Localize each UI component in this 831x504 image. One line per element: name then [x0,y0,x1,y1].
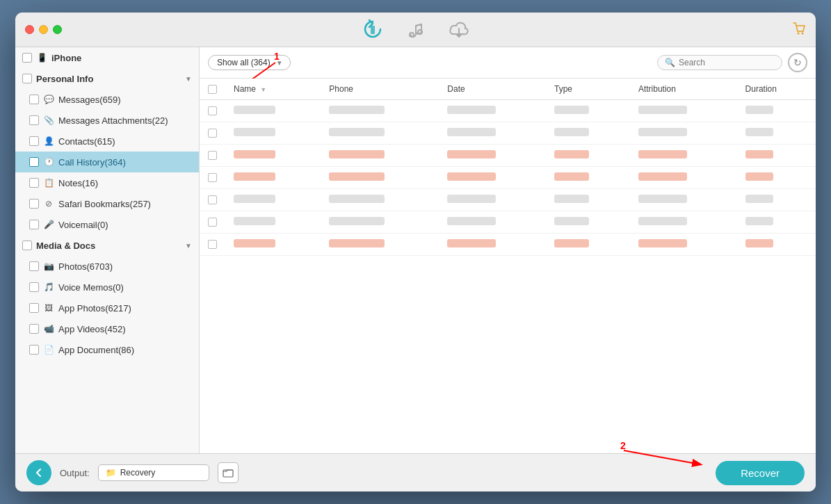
data-cell [546,100,630,122]
iphone-checkbox[interactable] [22,53,32,63]
search-icon: 🔍 [665,58,675,67]
close-button[interactable] [25,25,34,34]
data-cell [321,234,439,256]
row-checkbox-cell[interactable] [200,211,225,234]
sidebar-item-iphone[interactable]: 📱 iPhone [15,47,199,68]
browse-folder-button[interactable] [218,462,239,483]
recover-toolbar-icon[interactable] [358,15,387,44]
sidebar-item-app-document[interactable]: 📄 App Document(86) [15,339,199,360]
content-toolbar: Show all (364) ▼ 🔍 ↻ [200,47,816,79]
msg-attach-label: Messages Attachments(22) [58,115,192,126]
sidebar-item-contacts[interactable]: 👤 Contacts(615) [15,131,199,152]
call-history-checkbox[interactable] [29,157,39,167]
sidebar-item-voice-memos[interactable]: 🎵 Voice Memos(0) [15,277,199,298]
data-cell [630,189,737,211]
sidebar-item-safari[interactable]: ⊘ Safari Bookmarks(257) [15,193,199,214]
sidebar-item-app-videos[interactable]: 📹 App Videos(452) [15,318,199,339]
data-cell [737,189,816,211]
media-docs-chevron: ▼ [185,242,192,250]
svg-point-1 [410,33,414,37]
data-cell [737,122,816,145]
row-checkbox-cell[interactable] [200,189,225,211]
voicemail-checkbox[interactable] [29,220,39,229]
back-button[interactable] [26,460,51,485]
sidebar-item-notes[interactable]: 📋 Notes(16) [15,172,199,193]
svg-point-3 [798,33,800,35]
row-checkbox-cell[interactable] [200,234,225,256]
app-photos-checkbox[interactable] [29,303,39,313]
data-cell [630,234,737,256]
phone-icon: 📱 [36,52,47,63]
table-row [200,211,816,234]
refresh-button[interactable]: ↻ [788,53,807,72]
maximize-button[interactable] [53,25,62,34]
sidebar-item-app-photos[interactable]: 🖼 App Photos(6217) [15,298,199,318]
row-checkbox-cell[interactable] [200,100,225,122]
row-checkbox-cell[interactable] [200,122,225,145]
messages-checkbox[interactable] [29,95,39,104]
messages-icon: 💬 [43,94,54,105]
data-cell [546,189,630,211]
traffic-lights [25,25,62,34]
col-attribution[interactable]: Attribution [630,79,737,100]
personal-info-label: Personal Info [36,74,181,84]
col-phone[interactable]: Phone [321,79,439,100]
dropdown-arrow: ▼ [276,59,283,67]
recover-button[interactable]: Recover [716,461,805,485]
voice-memos-label: Voice Memos(0) [58,282,192,293]
table-row [200,189,816,211]
safari-checkbox[interactable] [29,199,39,209]
cart-icon[interactable] [792,22,806,38]
data-cell [225,167,321,189]
search-input[interactable] [679,58,775,67]
data-cell [546,145,630,167]
app-videos-icon: 📹 [43,323,54,334]
data-cell [737,234,816,256]
show-all-dropdown[interactable]: Show all (364) ▼ [208,55,291,70]
app-videos-checkbox[interactable] [29,324,39,334]
sidebar-item-photos[interactable]: 📷 Photos(6703) [15,256,199,277]
data-cell [225,122,321,145]
output-path-value: Recovery [120,468,156,478]
content-area: Show all (364) ▼ 🔍 ↻ Name [200,47,816,453]
data-cell [439,189,546,211]
row-checkbox-cell[interactable] [200,145,225,167]
cloud-toolbar-icon[interactable] [444,15,474,44]
search-bar: 🔍 [657,55,782,70]
app-photos-label: App Photos(6217) [58,303,192,314]
sidebar-item-messages[interactable]: 💬 Messages(659) [15,89,199,110]
col-date[interactable]: Date [439,79,546,100]
sidebar-item-personal-info[interactable]: Personal Info ▼ [15,68,199,89]
notes-checkbox[interactable] [29,178,39,188]
call-history-label: Call History(364) [58,157,192,168]
sidebar-item-messages-attachments[interactable]: 📎 Messages Attachments(22) [15,110,199,131]
data-cell [737,211,816,234]
photos-checkbox[interactable] [29,261,39,271]
personal-info-checkbox[interactable] [22,74,32,83]
media-docs-label: Media & Docs [36,241,181,251]
col-duration[interactable]: Duration [737,79,816,100]
minimize-button[interactable] [39,25,48,34]
app-videos-label: App Videos(452) [58,324,192,334]
sidebar-item-voicemail[interactable]: 🎤 Voicemail(0) [15,214,199,235]
contacts-checkbox[interactable] [29,136,39,146]
data-cell [439,145,546,167]
col-checkbox[interactable] [200,79,225,100]
data-cell [321,189,439,211]
row-checkbox-cell[interactable] [200,167,225,189]
col-name[interactable]: Name ▼ [225,79,321,100]
iphone-label: iPhone [51,53,192,63]
data-cell [630,167,737,189]
msg-attach-checkbox[interactable] [29,115,39,125]
voice-memos-checkbox[interactable] [29,282,39,292]
media-docs-checkbox[interactable] [22,241,32,250]
col-type[interactable]: Type [546,79,630,100]
output-path: 📁 Recovery [98,464,209,481]
sidebar-item-media-docs[interactable]: Media & Docs ▼ [15,235,199,256]
safari-icon: ⊘ [43,198,54,209]
call-history-icon: 🕐 [43,156,54,168]
data-cell [439,234,546,256]
app-doc-checkbox[interactable] [29,345,39,355]
sidebar-item-call-history[interactable]: 🕐 Call History(364) [15,152,199,172]
music-toolbar-icon[interactable] [401,15,430,44]
